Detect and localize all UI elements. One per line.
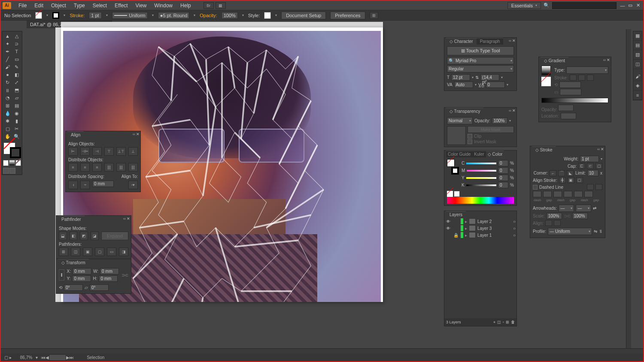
layers-tab[interactable]: Layers bbox=[446, 211, 466, 218]
align-stroke-inside-icon[interactable]: ▣ bbox=[568, 177, 574, 183]
w-input[interactable]: 0 mm bbox=[100, 268, 119, 275]
dock-icon[interactable]: 🖌 bbox=[633, 72, 642, 81]
gradient-slider[interactable] bbox=[541, 98, 608, 103]
pencil-tool[interactable]: ✎ bbox=[12, 63, 21, 71]
layer-row[interactable]: 👁 ▸ Layer 2 ○ bbox=[444, 218, 516, 225]
fill-swatch[interactable] bbox=[35, 12, 42, 19]
corner-round-icon[interactable]: ⌒ bbox=[558, 170, 565, 176]
corner-bevel-icon[interactable]: ◣ bbox=[567, 170, 574, 176]
lasso-tool[interactable]: ⊃ bbox=[12, 40, 21, 48]
layer-row[interactable]: 👁 ▸ Layer 3 ○ bbox=[444, 225, 516, 232]
close-icon[interactable]: ✕ bbox=[601, 147, 604, 151]
nav-next-icon[interactable]: ▶ bbox=[66, 355, 70, 360]
m-input[interactable]: 0 bbox=[498, 167, 508, 174]
flip-x-icon[interactable]: ⇋ bbox=[594, 229, 597, 234]
preferences-button[interactable]: Preferences bbox=[330, 12, 365, 19]
outline-icon[interactable]: ▭ bbox=[107, 247, 116, 256]
character-tab[interactable]: ◇ Character bbox=[446, 38, 477, 45]
angle-input[interactable]: 0° bbox=[64, 284, 83, 291]
locate-icon[interactable]: ⌖ bbox=[493, 320, 495, 325]
color-tab[interactable]: ◇ Color bbox=[486, 151, 504, 157]
workspace-switcher[interactable]: Essentials▾ bbox=[507, 2, 541, 9]
visibility-toggle[interactable]: 👁 bbox=[445, 218, 451, 224]
none-swatch[interactable] bbox=[447, 191, 453, 197]
dock-icon[interactable]: ◈ bbox=[633, 81, 642, 90]
menu-view[interactable]: View bbox=[132, 3, 151, 9]
eyedropper-tool[interactable]: 💧 bbox=[3, 109, 12, 117]
stroke-grad-2-icon[interactable] bbox=[578, 75, 585, 81]
nav-last-icon[interactable]: ⏭ bbox=[70, 355, 74, 360]
mesh-tool[interactable]: ⊞ bbox=[3, 102, 12, 109]
leading-input[interactable]: (14,4 pt) bbox=[480, 74, 499, 81]
chevron-down-icon[interactable]: ▾ bbox=[64, 13, 65, 17]
align-top-icon[interactable]: ⊤ bbox=[104, 147, 114, 156]
artboard-tool[interactable]: ▢ bbox=[3, 125, 12, 133]
y-slider[interactable] bbox=[466, 177, 496, 179]
horizontal-scrollbar[interactable] bbox=[1, 348, 643, 353]
c-slider[interactable] bbox=[466, 163, 496, 164]
unite-icon[interactable]: ⬓ bbox=[59, 232, 67, 240]
scale-tool[interactable]: ⤢ bbox=[12, 78, 21, 86]
close-icon[interactable]: ✕ bbox=[607, 58, 610, 62]
arrow-align2-icon[interactable] bbox=[554, 220, 561, 226]
spacing-input[interactable]: 0 mm bbox=[92, 181, 114, 187]
dist-top-icon[interactable]: ≡ bbox=[68, 163, 78, 172]
dist-vspace-icon[interactable]: ⫞ bbox=[68, 181, 78, 189]
new-layer-icon[interactable]: ⊞ bbox=[506, 320, 509, 324]
lock-toggle[interactable]: 🔒 bbox=[453, 232, 459, 238]
fill-stroke-control[interactable] bbox=[3, 142, 22, 159]
perspective-tool[interactable]: ▱ bbox=[12, 94, 21, 102]
slice-tool[interactable]: ✂ bbox=[12, 125, 21, 133]
maximize-button[interactable]: ▭ bbox=[627, 3, 634, 9]
arrange-docs-icon[interactable]: ▦ bbox=[216, 2, 226, 9]
nav-first-icon[interactable]: ⏮ bbox=[41, 355, 46, 360]
align-bottom-icon[interactable]: ⊥ bbox=[128, 147, 138, 156]
align-left-icon[interactable]: ⊢ bbox=[68, 147, 78, 156]
gap2[interactable] bbox=[564, 191, 572, 197]
make-mask-button[interactable]: Make Mask bbox=[468, 126, 514, 133]
kerning-input[interactable]: Auto bbox=[454, 81, 473, 88]
font-family-select[interactable]: 🔍 Myriad Pro▾ bbox=[447, 57, 514, 64]
minus-back-icon[interactable]: ◨ bbox=[119, 247, 128, 256]
menu-select[interactable]: Select bbox=[89, 3, 111, 9]
collapse-icon[interactable]: ‹‹ bbox=[603, 58, 606, 62]
expand-button[interactable]: Expand bbox=[101, 232, 128, 240]
column-graph-tool[interactable]: ▮ bbox=[12, 117, 21, 125]
crop-icon[interactable]: ▢ bbox=[95, 247, 104, 256]
menu-effect[interactable]: Effect bbox=[111, 3, 131, 9]
h-input[interactable]: 0 mm bbox=[99, 275, 118, 282]
gap3[interactable] bbox=[584, 191, 593, 197]
chevron-down-icon[interactable]: ▾ bbox=[152, 13, 154, 17]
align-to-selector[interactable]: ▫▾ bbox=[128, 181, 138, 189]
width-tool[interactable]: ⫼ bbox=[3, 86, 12, 94]
arrow-end-select[interactable]: — ▾ bbox=[576, 205, 591, 212]
shape-builder-tool[interactable]: ◔ bbox=[3, 94, 12, 102]
cap-square-icon[interactable]: ▢ bbox=[595, 163, 602, 169]
cap-butt-icon[interactable]: ⊏ bbox=[578, 163, 585, 169]
nav-prev-icon[interactable]: ◀ bbox=[46, 355, 49, 360]
x-input[interactable]: 0 mm bbox=[73, 268, 91, 275]
swap-arrows-icon[interactable]: ⇄ bbox=[593, 206, 596, 211]
corner-miter-icon[interactable]: ⌐ bbox=[550, 170, 556, 176]
y-input[interactable]: 0 mm bbox=[72, 275, 91, 282]
opacity-field[interactable]: 100% bbox=[222, 12, 238, 19]
rotate-tool[interactable]: ↻ bbox=[3, 78, 12, 86]
artboard-nav-icon[interactable]: ▢ ▸ bbox=[4, 355, 12, 360]
rectangle-tool[interactable]: ▭ bbox=[12, 55, 21, 63]
gap1[interactable] bbox=[543, 191, 552, 197]
opacity-input[interactable]: 100% bbox=[492, 118, 507, 124]
close-icon[interactable]: ✕ bbox=[512, 109, 516, 113]
dashed-checkbox[interactable] bbox=[533, 185, 538, 190]
m-slider[interactable] bbox=[467, 170, 496, 172]
color-guide-tab[interactable]: Color Guide bbox=[446, 151, 472, 157]
bridge-icon[interactable]: Br bbox=[204, 2, 214, 9]
delete-layer-icon[interactable]: 🗑 bbox=[511, 320, 515, 324]
dist-hcenter-icon[interactable]: ||| bbox=[116, 163, 126, 172]
pen-tool[interactable]: ✒ bbox=[3, 48, 12, 55]
screen-mode-normal[interactable] bbox=[3, 168, 9, 174]
cap-round-icon[interactable]: ⊂ bbox=[587, 163, 594, 169]
dash3[interactable] bbox=[574, 191, 583, 197]
chevron-down-icon[interactable]: ▾ bbox=[472, 75, 474, 79]
divide-icon[interactable]: ⊞ bbox=[59, 247, 68, 256]
artboard-index[interactable] bbox=[49, 354, 66, 361]
